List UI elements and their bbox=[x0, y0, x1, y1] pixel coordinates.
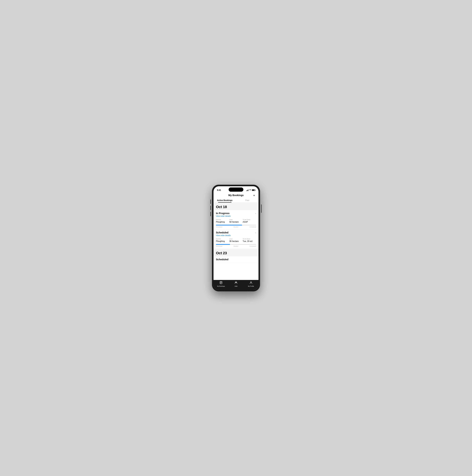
progress-track-1 bbox=[216, 225, 256, 225]
progress-labels-2: Scheduled Booked Completed bbox=[216, 245, 256, 247]
booking-header-scheduled-1: Scheduled › bbox=[216, 231, 256, 234]
date-label-oct23: Oct 23 bbox=[216, 251, 227, 255]
tab-bar-item-jobb[interactable]: Jobb bbox=[229, 281, 243, 287]
progress-label-booked-2: Booked bbox=[234, 245, 238, 247]
tab-past[interactable]: Past bbox=[236, 198, 258, 203]
service-label-2: Service bbox=[216, 238, 229, 240]
tobedone-label-2: To be Done bbox=[243, 238, 256, 240]
bottom-tab-bar: My Bookings Jobb bbox=[214, 280, 258, 290]
date-label-oct18: Oct 18 bbox=[216, 205, 227, 209]
progress-labels-1: Scheduled Booked Completed bbox=[216, 226, 256, 228]
booking-card-in-progress: In Progress › View order details Service… bbox=[214, 210, 258, 229]
status-time: 9:41 bbox=[217, 189, 221, 191]
area-value-2: 36 hectare bbox=[229, 240, 243, 242]
booking-status-in-progress: In Progress bbox=[216, 212, 230, 215]
plus-icon: + bbox=[253, 194, 255, 197]
tab-bar-top: Active Bookings Past bbox=[214, 198, 258, 203]
content-scroll[interactable]: Oct 18 In Progress › View order details … bbox=[214, 203, 258, 280]
area-value-1: 58 hectare bbox=[229, 221, 243, 223]
booking-header-scheduled-2: Scheduled bbox=[216, 258, 256, 261]
booking-header-in-progress: In Progress › bbox=[216, 212, 256, 215]
tab-bar-item-bookings[interactable]: My Bookings bbox=[214, 281, 229, 287]
date-section-oct23: Oct 23 bbox=[214, 249, 258, 256]
tobedone-label-1: To be Done bbox=[243, 219, 256, 221]
svg-point-2 bbox=[236, 282, 237, 283]
svg-rect-0 bbox=[220, 281, 222, 284]
progress-label-completed-1: Completed bbox=[250, 226, 256, 228]
booking-details-1: Service Ploughing Area 58 hectare To be … bbox=[216, 219, 256, 223]
service-value-1: Ploughing bbox=[216, 221, 229, 223]
bookings-icon bbox=[219, 281, 223, 285]
progress-fill-2 bbox=[216, 244, 230, 245]
tobedone-value-2: Tue, 19 oct bbox=[243, 240, 256, 242]
progress-label-scheduled-1: Scheduled bbox=[216, 226, 222, 228]
booking-status-scheduled-1: Scheduled bbox=[216, 231, 228, 234]
chevron-right-icon[interactable]: › bbox=[255, 212, 256, 215]
area-label-1: Area bbox=[229, 219, 243, 221]
service-col-2: Service Ploughing bbox=[216, 238, 229, 242]
tab-bar-label-jobb: Jobb bbox=[235, 286, 237, 287]
progress-track-2 bbox=[216, 244, 256, 245]
phone-frame: 9:41 My Booki bbox=[212, 185, 260, 291]
jobb-icon bbox=[235, 281, 237, 285]
add-booking-button[interactable]: + bbox=[252, 193, 256, 197]
booking-status-scheduled-2: Scheduled bbox=[216, 258, 228, 261]
area-col-2: Area 36 hectare bbox=[229, 238, 243, 242]
progress-fill-1 bbox=[216, 225, 242, 225]
view-details-link-2[interactable]: View order details bbox=[216, 234, 256, 236]
tab-active-bookings[interactable]: Active Bookings bbox=[214, 198, 236, 203]
tab-bar-label-profile: My Profile bbox=[248, 286, 254, 287]
progress-1: Scheduled Booked Completed bbox=[216, 225, 256, 228]
date-section-oct18: Oct 18 bbox=[214, 203, 258, 210]
signal-icon bbox=[246, 189, 248, 191]
wifi-icon bbox=[249, 189, 251, 191]
progress-label-booked-1: Booked bbox=[234, 226, 238, 228]
progress-label-completed-2: Completed bbox=[250, 245, 256, 247]
dynamic-island bbox=[229, 187, 243, 192]
page-title: My Bookings bbox=[220, 194, 252, 197]
svg-point-3 bbox=[251, 282, 252, 283]
progress-2: Scheduled Booked Completed bbox=[216, 244, 256, 247]
tab-bar-item-profile[interactable]: My Profile bbox=[243, 281, 258, 287]
app-header: My Bookings + bbox=[214, 192, 258, 197]
service-label-1: Service bbox=[216, 219, 229, 221]
area-col-1: Area 58 hectare bbox=[229, 219, 243, 223]
service-col-1: Service Ploughing bbox=[216, 219, 229, 223]
progress-label-scheduled-2: Scheduled bbox=[216, 245, 222, 247]
tobedone-col-2: To be Done Tue, 19 oct bbox=[243, 238, 256, 242]
status-bar: 9:41 bbox=[214, 186, 258, 192]
view-details-link-1[interactable]: View order details bbox=[216, 215, 256, 217]
booking-card-scheduled-1: Scheduled › View order details Service P… bbox=[214, 229, 258, 249]
booking-details-2: Service Ploughing Area 36 hectare To be … bbox=[216, 238, 256, 242]
chevron-right-icon-2[interactable]: › bbox=[255, 231, 256, 234]
service-value-2: Ploughing bbox=[216, 240, 229, 242]
tobedone-value-1: ASAP bbox=[243, 221, 256, 223]
phone-screen: 9:41 My Booki bbox=[214, 186, 258, 290]
area-label-2: Area bbox=[229, 238, 243, 240]
battery-icon bbox=[252, 189, 255, 191]
profile-icon bbox=[249, 281, 253, 285]
status-icons bbox=[246, 189, 255, 191]
booking-card-scheduled-2: Scheduled bbox=[214, 256, 258, 263]
tab-bar-label-bookings: My Bookings bbox=[217, 286, 225, 287]
tobedone-col-1: To be Done ASAP bbox=[243, 219, 256, 223]
